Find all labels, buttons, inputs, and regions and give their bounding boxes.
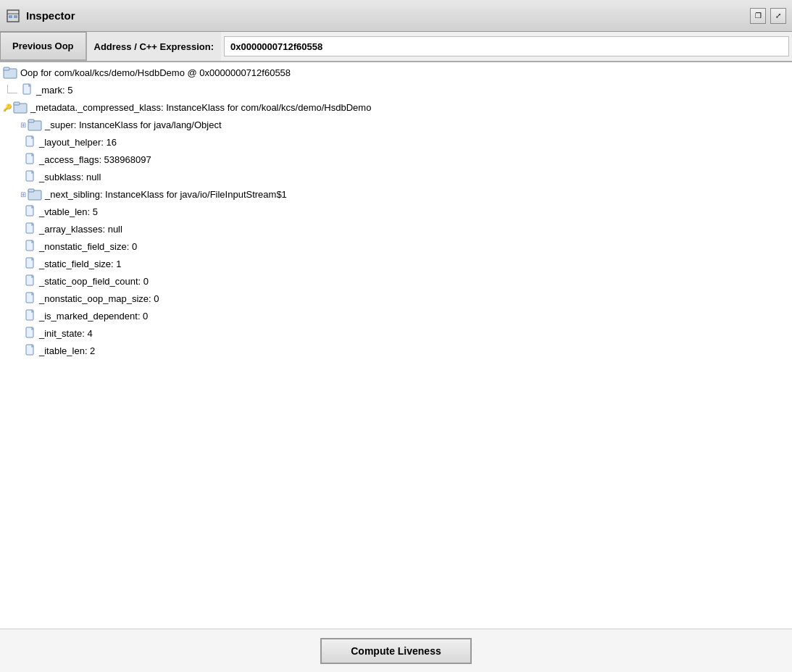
doc-icon-is-marked bbox=[25, 309, 36, 322]
doc-icon-layout bbox=[25, 135, 36, 148]
bottom-bar: Compute Liveness bbox=[0, 629, 792, 672]
item-text-static-field-size: _static_field_size: 1 bbox=[39, 259, 121, 269]
tree-item-next-sibling[interactable]: ⊞ _next_sibling: InstanceKlass for java/… bbox=[0, 185, 792, 203]
tree-panel: Oop for com/koal/kcs/demo/HsdbDemo @ 0x0… bbox=[0, 64, 792, 629]
tree-item-nonstatic-oop-map[interactable]: _nonstatic_oop_map_size: 0 bbox=[0, 290, 792, 307]
tree-item-subklass[interactable]: _subklass: null bbox=[0, 168, 792, 185]
tree-item-vtable-len[interactable]: _vtable_len: 5 bbox=[0, 203, 792, 220]
tree-item-nonstatic-field-size[interactable]: _nonstatic_field_size: 0 bbox=[0, 238, 792, 255]
item-text-metadata: _metadata._compressed_klass: InstanceKla… bbox=[30, 102, 371, 113]
tree-item-itable-len[interactable]: _itable_len: 2 bbox=[0, 342, 792, 359]
doc-icon-init-state bbox=[25, 327, 36, 340]
maximize-button[interactable]: ⤢ bbox=[770, 8, 786, 24]
compute-liveness-button[interactable]: Compute Liveness bbox=[320, 638, 471, 664]
address-label: Address / C++ Expression: bbox=[86, 32, 221, 61]
title-bar-left: Inspector bbox=[6, 9, 75, 23]
doc-icon-static-field bbox=[25, 257, 36, 270]
title-bar-controls: ❐ ⤢ bbox=[750, 8, 786, 24]
svg-rect-8 bbox=[14, 102, 20, 105]
tree-item-access-flags[interactable]: _access_flags: 538968097 bbox=[0, 151, 792, 168]
item-text-super: _super: InstanceKlass for java/lang/Obje… bbox=[45, 119, 222, 130]
item-text-is-marked-dependent: _is_marked_dependent: 0 bbox=[39, 311, 148, 322]
folder-icon bbox=[3, 65, 17, 80]
address-input[interactable] bbox=[224, 36, 789, 56]
svg-rect-15 bbox=[28, 189, 34, 192]
item-text-array-klasses: _array_klasses: null bbox=[39, 224, 122, 235]
item-text-access-flags: _access_flags: 538968097 bbox=[39, 154, 151, 165]
item-text-next-sibling: _next_sibling: InstanceKlass for java/io… bbox=[45, 189, 287, 200]
doc-icon-nonstatic-oop bbox=[25, 292, 36, 305]
tree-root-row[interactable]: Oop for com/koal/kcs/demo/HsdbDemo @ 0x0… bbox=[0, 64, 792, 81]
folder-icon-metadata bbox=[13, 100, 28, 114]
svg-rect-2 bbox=[9, 15, 12, 18]
window-title: Inspector bbox=[26, 9, 75, 22]
tree-item-metadata[interactable]: 🔑 _metadata._compressed_klass: InstanceK… bbox=[0, 98, 792, 116]
doc-icon-vtable bbox=[25, 205, 36, 218]
item-text-init-state: _init_state: 4 bbox=[39, 328, 93, 339]
tree-item-super[interactable]: ⊞ _super: InstanceKlass for java/lang/Ob… bbox=[0, 116, 792, 133]
inspector-icon bbox=[6, 9, 20, 23]
item-text-itable-len: _itable_len: 2 bbox=[39, 345, 95, 356]
doc-icon-array-klasses bbox=[25, 222, 36, 235]
svg-rect-10 bbox=[28, 119, 34, 122]
item-text-static-oop-field-count: _static_oop_field_count: 0 bbox=[39, 276, 149, 287]
doc-icon-static-oop bbox=[25, 274, 36, 287]
tree-item-array-klasses[interactable]: _array_klasses: null bbox=[0, 220, 792, 238]
restore-button[interactable]: ❐ bbox=[750, 8, 766, 24]
item-text-nonstatic-oop-map: _nonstatic_oop_map_size: 0 bbox=[39, 293, 159, 304]
doc-icon-nonstatic-field bbox=[25, 240, 36, 253]
toolbar: Previous Oop Address / C++ Expression: bbox=[0, 32, 792, 62]
folder-icon-next-sibling bbox=[28, 187, 42, 201]
tree-item-init-state[interactable]: _init_state: 4 bbox=[0, 324, 792, 342]
svg-rect-3 bbox=[14, 15, 17, 18]
title-bar: Inspector ❐ ⤢ bbox=[0, 0, 792, 32]
tree-item-mark[interactable]: _mark: 5 bbox=[0, 81, 792, 98]
tree-item-layout-helper[interactable]: _layout_helper: 16 bbox=[0, 133, 792, 151]
doc-icon-access bbox=[25, 153, 36, 166]
tree-item-static-oop-field-count[interactable]: _static_oop_field_count: 0 bbox=[0, 272, 792, 290]
folder-icon-super bbox=[28, 117, 42, 132]
item-text-nonstatic-field-size: _nonstatic_field_size: 0 bbox=[39, 241, 137, 252]
doc-icon-itable-len bbox=[25, 344, 36, 357]
doc-icon bbox=[22, 83, 33, 96]
root-label: Oop for com/koal/kcs/demo/HsdbDemo @ 0x0… bbox=[20, 67, 291, 78]
item-text-subklass: _subklass: null bbox=[39, 172, 101, 182]
doc-icon-subklass bbox=[25, 170, 36, 183]
item-text-layout-helper: _layout_helper: 16 bbox=[39, 137, 117, 148]
svg-rect-5 bbox=[4, 67, 9, 70]
item-text-mark: _mark: 5 bbox=[36, 85, 73, 96]
tree-item-is-marked-dependent[interactable]: _is_marked_dependent: 0 bbox=[0, 307, 792, 324]
item-text-vtable-len: _vtable_len: 5 bbox=[39, 206, 98, 217]
previous-oop-button[interactable]: Previous Oop bbox=[0, 32, 86, 61]
tree-item-static-field-size[interactable]: _static_field_size: 1 bbox=[0, 255, 792, 272]
